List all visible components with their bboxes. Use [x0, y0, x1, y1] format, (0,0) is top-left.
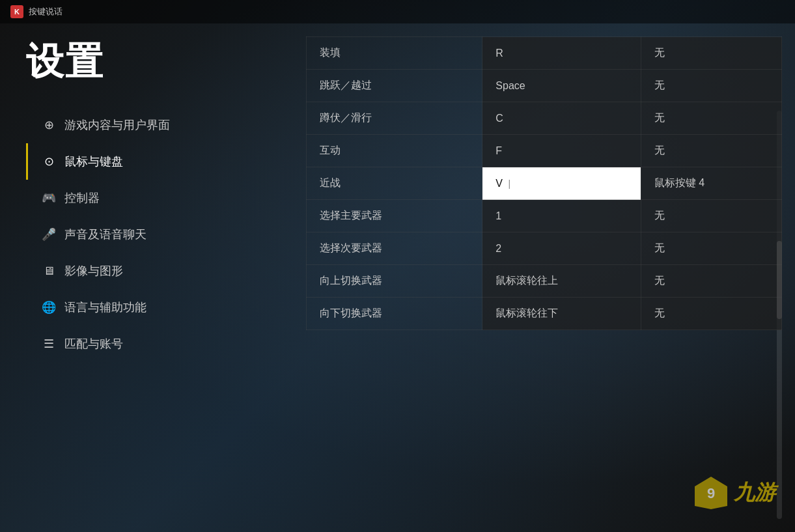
controller-icon: 🎮 — [41, 191, 57, 205]
sidebar-item-language[interactable]: 🌐 语言与辅助功能 — [26, 289, 286, 326]
sidebar-item-game-content[interactable]: ⊕ 游戏内容与用户界面 — [26, 107, 286, 143]
table-row: 装填R无 — [307, 37, 782, 70]
svg-text:9: 9 — [707, 485, 715, 501]
sidebar-item-language-label: 语言与辅助功能 — [64, 300, 146, 315]
secondary-key-cell[interactable]: 无 — [641, 298, 781, 330]
table-row: 跳跃／越过Space无 — [307, 70, 782, 102]
table-row: 互动F无 — [307, 135, 782, 167]
sidebar-item-mouse-keyboard-label: 鼠标与键盘 — [64, 154, 123, 169]
action-cell: 装填 — [307, 37, 482, 70]
globe-icon: 🌐 — [41, 300, 57, 315]
right-panel: 装填R无跳跃／越过Space无蹲伏／滑行C无互动F无近战V |鼠标按键 4选择主… — [286, 36, 795, 532]
primary-key-cell[interactable]: C — [482, 102, 641, 135]
table-row: 选择主要武器1无 — [307, 200, 782, 232]
table-row: 选择次要武器2无 — [307, 232, 782, 265]
action-cell: 近战 — [307, 167, 482, 200]
primary-key-cell[interactable]: 鼠标滚轮往下 — [482, 298, 641, 330]
mouse-icon: ⊙ — [41, 154, 57, 169]
primary-key-cell[interactable]: 2 — [482, 232, 641, 265]
action-cell: 向上切换武器 — [307, 265, 482, 298]
sidebar-item-mouse-keyboard[interactable]: ⊙ 鼠标与键盘 — [26, 143, 286, 180]
sidebar-item-video[interactable]: 🖥 影像与图形 — [26, 253, 286, 289]
menu-icon: ☰ — [41, 337, 57, 351]
keybindings-table: 装填R无跳跃／越过Space无蹲伏／滑行C无互动F无近战V |鼠标按键 4选择主… — [306, 36, 782, 330]
sidebar-item-audio[interactable]: 🎤 声音及语音聊天 — [26, 216, 286, 253]
action-cell: 选择次要武器 — [307, 232, 482, 265]
sidebar-item-game-content-label: 游戏内容与用户界面 — [64, 117, 170, 133]
sidebar-item-video-label: 影像与图形 — [64, 263, 123, 279]
secondary-key-cell[interactable]: 无 — [641, 135, 781, 167]
page-title: 设置 — [26, 36, 286, 87]
table-row: 近战V |鼠标按键 4 — [307, 167, 782, 200]
primary-key-cell[interactable]: Space — [482, 70, 641, 102]
secondary-key-cell[interactable]: 无 — [641, 70, 781, 102]
primary-key-cell[interactable]: V | — [482, 167, 641, 200]
app-icon: K — [10, 5, 23, 18]
table-row: 向上切换武器鼠标滚轮往上无 — [307, 265, 782, 298]
action-cell: 互动 — [307, 135, 482, 167]
crosshair-icon: ⊕ — [41, 118, 57, 132]
secondary-key-cell[interactable]: 无 — [641, 265, 781, 298]
action-cell: 向下切换武器 — [307, 298, 482, 330]
primary-key-cell[interactable]: 鼠标滚轮往上 — [482, 265, 641, 298]
action-cell: 选择主要武器 — [307, 200, 482, 232]
sidebar-item-matchmaking-label: 匹配与账号 — [64, 336, 123, 352]
secondary-key-cell[interactable]: 无 — [641, 200, 781, 232]
sidebar: 设置 ⊕ 游戏内容与用户界面 ⊙ 鼠标与键盘 🎮 控制器 🎤 声音及语音聊天 — [0, 36, 286, 532]
sidebar-menu: ⊕ 游戏内容与用户界面 ⊙ 鼠标与键盘 🎮 控制器 🎤 声音及语音聊天 🖥 — [26, 107, 286, 362]
action-cell: 跳跃／越过 — [307, 70, 482, 102]
sidebar-item-controller[interactable]: 🎮 控制器 — [26, 180, 286, 216]
primary-key-cell[interactable]: F — [482, 135, 641, 167]
sidebar-item-matchmaking[interactable]: ☰ 匹配与账号 — [26, 326, 286, 362]
secondary-key-cell[interactable]: 无 — [641, 102, 781, 135]
watermark-text: 九游 — [734, 479, 775, 507]
table-row: 向下切换武器鼠标滚轮往下无 — [307, 298, 782, 330]
secondary-key-cell[interactable]: 无 — [641, 37, 781, 70]
monitor-icon: 🖥 — [41, 264, 57, 278]
top-bar-title: 按键说话 — [29, 6, 63, 18]
primary-key-cell[interactable]: R — [482, 37, 641, 70]
action-cell: 蹲伏／滑行 — [307, 102, 482, 135]
secondary-key-cell[interactable]: 无 — [641, 232, 781, 265]
main-container: K 按键说话 设置 ⊕ 游戏内容与用户界面 ⊙ 鼠标与键盘 🎮 控制器 — [0, 0, 795, 532]
sidebar-item-audio-label: 声音及语音聊天 — [64, 227, 146, 242]
primary-key-cell[interactable]: 1 — [482, 200, 641, 232]
secondary-key-cell[interactable]: 鼠标按键 4 — [641, 167, 781, 200]
sidebar-item-controller-label: 控制器 — [64, 190, 100, 206]
watermark: 9 九游 — [691, 473, 775, 512]
table-row: 蹲伏／滑行C无 — [307, 102, 782, 135]
main-content: 设置 ⊕ 游戏内容与用户界面 ⊙ 鼠标与键盘 🎮 控制器 🎤 声音及语音聊天 — [0, 23, 795, 532]
watermark-logo-icon: 9 — [691, 473, 731, 512]
mic-icon: 🎤 — [41, 227, 57, 242]
top-bar: K 按键说话 — [0, 0, 795, 23]
